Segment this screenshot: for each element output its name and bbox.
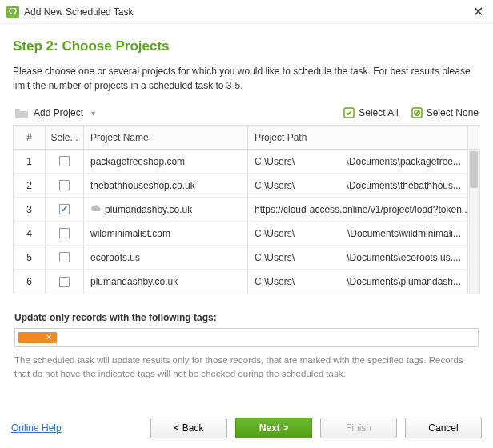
row-project-name: packagefreeshop.com xyxy=(84,150,248,173)
row-select-cell xyxy=(46,198,84,221)
row-select-cell xyxy=(46,246,84,269)
step-description: Please choose one or several projects fo… xyxy=(13,64,480,93)
row-project-name: thebathhouseshop.co.uk xyxy=(84,174,248,197)
select-none-button[interactable]: Select None xyxy=(411,107,479,118)
table-row[interactable]: 2thebathhouseshop.co.ukC:\Users\\Documen… xyxy=(14,174,480,198)
row-checkbox[interactable] xyxy=(59,156,70,166)
cancel-button[interactable]: Cancel xyxy=(405,418,482,438)
projects-table: # Sele... Project Name Project Path 1pac… xyxy=(13,125,480,294)
row-number: 3 xyxy=(14,198,46,221)
row-number: 6 xyxy=(14,270,46,294)
select-all-button[interactable]: Select All xyxy=(343,107,398,118)
row-project-path: C:\Users\\Documents\wildminimali... xyxy=(248,222,468,245)
row-checkbox[interactable] xyxy=(59,180,70,190)
table-row[interactable]: 4wildminimalist.comC:\Users\\Documents\w… xyxy=(14,222,480,246)
row-project-path: C:\Users\\Documents\thebathhous... xyxy=(248,174,468,197)
row-select-cell xyxy=(46,150,84,173)
row-checkbox[interactable] xyxy=(59,252,70,262)
tags-help-text: The scheduled task will update results o… xyxy=(14,354,479,380)
col-header-path[interactable]: Project Path xyxy=(248,126,468,149)
scrollbar-track[interactable] xyxy=(469,150,480,294)
row-number: 4 xyxy=(14,222,46,245)
chevron-down-icon: ▾ xyxy=(91,109,95,118)
select-none-label: Select None xyxy=(427,107,479,118)
tag-chip[interactable]: ✕ xyxy=(18,332,57,343)
row-number: 2 xyxy=(14,174,46,197)
row-project-path: C:\Users\\Documents\packagefree... xyxy=(248,150,468,173)
row-project-path: https://cloud-access.online/v1/project/l… xyxy=(248,198,468,221)
table-body: 1packagefreeshop.comC:\Users\\Documents\… xyxy=(14,150,480,294)
select-none-icon xyxy=(411,107,423,118)
footer: Online Help < Back Next > Finish Cancel xyxy=(0,410,493,448)
select-all-icon xyxy=(343,107,355,118)
col-header-name[interactable]: Project Name xyxy=(84,126,248,149)
row-project-path: C:\Users\\Documents\plumandash... xyxy=(248,270,468,294)
table-row[interactable]: 6plumandashby.co.ukC:\Users\\Documents\p… xyxy=(14,270,480,294)
tag-remove-icon[interactable]: ✕ xyxy=(46,333,52,342)
folder-plus-icon xyxy=(14,107,29,118)
next-button[interactable]: Next > xyxy=(235,418,312,438)
row-project-name: plumandashby.co.uk xyxy=(84,270,248,294)
col-header-number[interactable]: # xyxy=(14,126,46,149)
tags-input[interactable]: ✕ xyxy=(14,328,479,347)
online-help-link[interactable]: Online Help xyxy=(11,422,62,434)
svg-line-4 xyxy=(415,111,419,115)
row-checkbox[interactable] xyxy=(59,228,70,238)
tags-label: Update only records with the following t… xyxy=(14,312,479,323)
step-title: Step 2: Choose Projects xyxy=(13,38,480,54)
col-header-select[interactable]: Sele... xyxy=(46,126,84,149)
row-number: 5 xyxy=(14,246,46,269)
window-title: Add New Scheduled Task xyxy=(24,6,134,18)
titlebar: Add New Scheduled Task ✕ xyxy=(0,0,493,24)
row-checkbox[interactable] xyxy=(59,277,70,287)
row-project-name: ecoroots.us xyxy=(84,246,248,269)
table-header: # Sele... Project Name Project Path xyxy=(14,126,480,150)
table-row[interactable]: 5ecoroots.usC:\Users\\Documents\ecoroots… xyxy=(14,246,480,270)
row-project-path: C:\Users\\Documents\ecoroots.us.... xyxy=(248,246,468,269)
table-row[interactable]: 1packagefreeshop.comC:\Users\\Documents\… xyxy=(14,150,480,174)
toolbar: Add Project ▾ Select All Select None xyxy=(13,107,480,118)
cloud-icon xyxy=(90,204,105,215)
row-number: 1 xyxy=(14,150,46,173)
svg-point-0 xyxy=(10,13,12,14)
select-all-label: Select All xyxy=(359,107,398,118)
col-header-scroll xyxy=(468,126,479,149)
row-select-cell xyxy=(46,222,84,245)
row-checkbox[interactable] xyxy=(59,204,70,214)
row-select-cell xyxy=(46,174,84,197)
add-project-button[interactable]: Add Project ▾ xyxy=(14,107,95,118)
row-project-name: wildminimalist.com xyxy=(84,222,248,245)
row-project-name: plumandashby.co.uk xyxy=(84,198,248,221)
row-select-cell xyxy=(46,270,84,294)
add-project-label: Add Project xyxy=(34,107,83,118)
table-row[interactable]: 3plumandashby.co.ukhttps://cloud-access.… xyxy=(14,198,480,222)
back-button[interactable]: < Back xyxy=(150,418,227,438)
close-icon[interactable]: ✕ xyxy=(473,4,483,19)
app-icon xyxy=(6,6,19,18)
scrollbar-thumb[interactable] xyxy=(470,151,478,188)
finish-button: Finish xyxy=(320,418,397,438)
